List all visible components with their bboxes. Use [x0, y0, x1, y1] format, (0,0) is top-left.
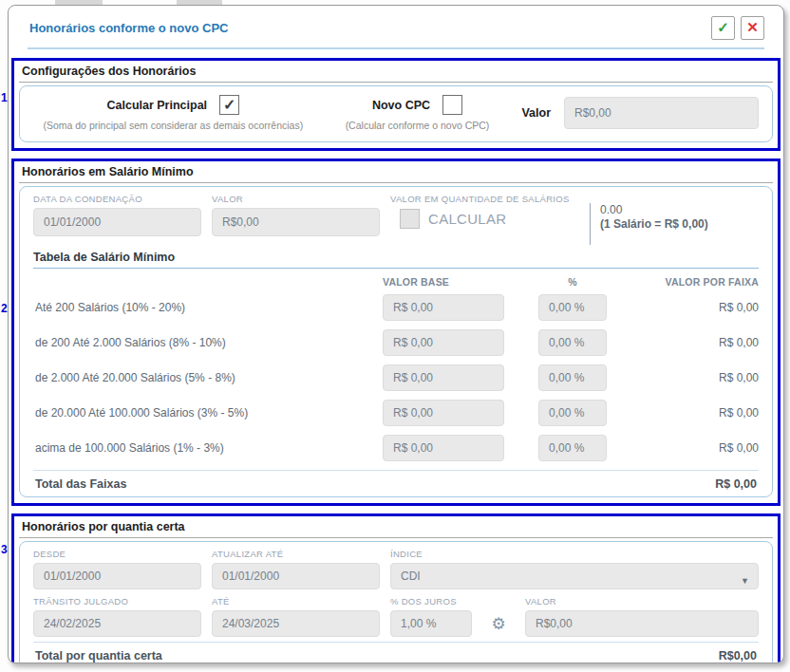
- row-base-input[interactable]: [383, 329, 504, 356]
- valor-label: Valor: [521, 106, 551, 120]
- desde-field: DESDE: [33, 549, 201, 589]
- row-pct-input[interactable]: [538, 435, 607, 461]
- valor-input[interactable]: [564, 97, 759, 129]
- indice-label: ÍNDICE: [390, 549, 759, 559]
- dialog-body: Configurações dos Honorários Calcular Pr…: [9, 49, 783, 663]
- close-icon: ✕: [746, 19, 759, 36]
- total-quantia-row: Total por quantia certa R$0,00: [33, 642, 759, 663]
- indice-field: ÍNDICE ▼: [390, 549, 759, 589]
- ate-input[interactable]: [212, 610, 380, 637]
- annotation-number-2: 2: [1, 302, 8, 315]
- salario-fields-row: DATA DA CONDENAÇÃO VALOR VALOR EM QUANTI…: [33, 194, 759, 245]
- section-quantia-certa: DESDE ATUALIZAR ATÉ ÍNDICE ▼: [19, 541, 773, 663]
- gear-icon: ⚙: [491, 616, 505, 632]
- juros-label: % DOS JUROS: [390, 596, 472, 607]
- total-quantia-label: Total por quantia certa: [35, 649, 162, 663]
- dialog-title: Honorários conforme o novo CPC: [29, 21, 705, 35]
- row-label: acima de 100.000 Salários (1% - 3%): [33, 441, 383, 455]
- section-salario-minimo: DATA DA CONDENAÇÃO VALOR VALOR EM QUANTI…: [19, 186, 773, 497]
- total-quantia-value: R$0,00: [719, 649, 757, 663]
- atualizar-ate-label: ATUALIZAR ATÉ: [212, 549, 380, 559]
- row-pct-input[interactable]: [538, 400, 607, 426]
- novo-cpc-hint: (Calcular conforme o novo CPC): [346, 120, 490, 131]
- juros-settings-button[interactable]: ⚙: [482, 596, 515, 637]
- atualizar-ate-input[interactable]: [212, 563, 380, 589]
- transito-julgado-input[interactable]: [33, 610, 201, 637]
- quantia-valor-field: VALOR: [525, 596, 759, 637]
- quantia-valor-input[interactable]: [525, 610, 759, 637]
- quantia-valor-label: VALOR: [525, 596, 759, 607]
- total-faixas-value: R$ 0,00: [715, 477, 757, 491]
- calcular-principal-checkbox[interactable]: ✓: [219, 95, 239, 115]
- row-pct-input[interactable]: [538, 294, 607, 321]
- header-valor-por-faixa: VALOR POR FAIXA: [607, 276, 759, 288]
- annotation-box-1: Configurações dos Honorários Calcular Pr…: [11, 58, 781, 151]
- row-faixa-value: R$ 0,00: [607, 371, 759, 384]
- table-row: de 2.000 Até 20.000 Salários (5% - 8%) R…: [33, 360, 759, 395]
- atualizar-ate-field: ATUALIZAR ATÉ: [212, 549, 380, 589]
- tabela-header-row: VALOR BASE % VALOR POR FAIXA: [33, 269, 759, 289]
- data-condenacao-label: DATA DA CONDENAÇÃO: [33, 194, 201, 204]
- row-faixa-value: R$ 0,00: [607, 441, 759, 455]
- calcular-checkbox[interactable]: [400, 209, 420, 229]
- section-quantia-legend: Honorários por quantia certa: [19, 519, 773, 538]
- novo-cpc-group: Novo CPC (Calcular conforme o novo CPC): [313, 95, 522, 131]
- juros-input[interactable]: [390, 610, 472, 637]
- data-condenacao-input[interactable]: [33, 208, 201, 236]
- total-faixas-row: Total das Faixas R$ 0,00: [33, 470, 759, 496]
- calcular-principal-hint: (Soma do principal sem considerar as dem…: [43, 120, 303, 131]
- qtd-salarios-field: VALOR EM QUANTIDADE DE SALÁRIOS CALCULAR: [390, 194, 576, 245]
- qtd-salarios-label: VALOR EM QUANTIDADE DE SALÁRIOS: [390, 194, 576, 204]
- row-faixa-value: R$ 0,00: [607, 301, 759, 314]
- row-base-input[interactable]: [383, 400, 504, 426]
- quantia-row-1: DESDE ATUALIZAR ATÉ ÍNDICE ▼: [33, 549, 759, 589]
- table-row: Até 200 Salários (10% - 20%) R$ 0,00: [33, 289, 759, 325]
- valor-group: Valor: [521, 97, 759, 129]
- cancel-button[interactable]: ✕: [741, 16, 764, 40]
- confirm-button[interactable]: ✓: [711, 16, 735, 40]
- row-pct-input[interactable]: [538, 364, 607, 391]
- juros-field: % DOS JUROS: [390, 596, 472, 637]
- ate-field: ATÉ: [212, 596, 380, 637]
- table-row: de 200 Até 2.000 Salários (8% - 10%) R$ …: [33, 325, 759, 360]
- desde-label: DESDE: [33, 549, 201, 559]
- row-label: de 2.000 Até 20.000 Salários (5% - 8%): [33, 371, 383, 384]
- valor-condenacao-label: VALOR: [212, 194, 380, 204]
- salario-unit-value: (1 Salário = R$ 0,00): [600, 217, 708, 232]
- data-condenacao-field: DATA DA CONDENAÇÃO: [33, 194, 201, 245]
- row-base-input[interactable]: [383, 364, 504, 391]
- checkbox-check-icon: ✓: [223, 96, 235, 114]
- transito-julgado-label: TRÂNSITO JULGADO: [33, 596, 201, 607]
- header-percent: %: [538, 276, 607, 288]
- table-row: acima de 100.000 Salários (1% - 3%) R$ 0…: [33, 430, 759, 465]
- section-salario-legend: Honorários em Salário Mínimo: [19, 164, 773, 183]
- table-row: de 20.000 Até 100.000 Salários (3% - 5%)…: [33, 395, 759, 430]
- row-pct-input[interactable]: [538, 329, 607, 356]
- total-faixas-label: Total das Faixas: [35, 477, 126, 491]
- annotation-number-3: 3: [1, 543, 8, 556]
- transito-julgado-field: TRÂNSITO JULGADO: [33, 596, 201, 637]
- honorarios-dialog: Honorários conforme o novo CPC ✓ ✕ Confi…: [8, 5, 784, 663]
- valor-condenacao-input[interactable]: [212, 208, 380, 236]
- dialog-titlebar: Honorários conforme o novo CPC ✓ ✕: [9, 6, 783, 46]
- salario-info: 0.00 (1 Salário = R$ 0,00): [590, 203, 708, 245]
- ate-label: ATÉ: [212, 596, 380, 607]
- tabela-salario-title: Tabela de Salário Mínimo: [33, 249, 759, 269]
- row-faixa-value: R$ 0,00: [607, 336, 759, 349]
- indice-value[interactable]: [390, 563, 759, 589]
- calcular-principal-group: Calcular Principal ✓ (Soma do principal …: [33, 95, 313, 131]
- row-base-input[interactable]: [383, 294, 504, 321]
- salario-qty-value: 0.00: [600, 203, 708, 217]
- row-base-input[interactable]: [383, 435, 504, 461]
- indice-select[interactable]: ▼: [390, 563, 759, 589]
- calcular-principal-label: Calcular Principal: [106, 99, 207, 112]
- row-faixa-value: R$ 0,00: [607, 406, 759, 420]
- check-icon: ✓: [717, 19, 729, 36]
- calcular-button-label[interactable]: CALCULAR: [428, 211, 506, 227]
- annotation-box-2: Honorários em Salário Mínimo DATA DA CON…: [11, 159, 781, 506]
- annotation-number-1: 1: [1, 91, 8, 104]
- novo-cpc-checkbox[interactable]: [442, 95, 462, 115]
- desde-input[interactable]: [33, 563, 201, 589]
- section-config-legend: Configurações dos Honorários: [19, 64, 773, 83]
- header-valor-base: VALOR BASE: [383, 276, 504, 288]
